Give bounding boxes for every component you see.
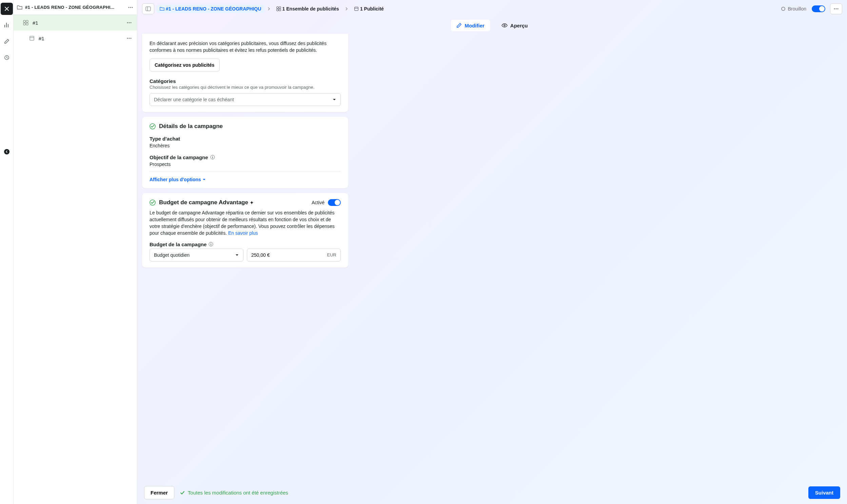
svg-point-9 — [129, 22, 130, 23]
tab-edit[interactable]: Modifier — [451, 20, 490, 31]
objective-label: Objectif de la campagne — [150, 155, 341, 160]
footer-bar: Fermer Toutes les modifications ont été … — [137, 481, 847, 504]
close-button[interactable] — [1, 3, 13, 15]
chevron-left-icon — [5, 150, 8, 153]
tree-adset-item[interactable]: #1 — [14, 15, 137, 31]
folder-icon — [17, 5, 22, 10]
campaign-toggle[interactable] — [812, 5, 825, 12]
main-content: #1 - LEADS RENO - ZONE GÉOGRAPHIQU 1 Ens… — [137, 0, 847, 504]
close-icon — [4, 6, 10, 12]
svg-rect-5 — [26, 20, 28, 22]
tab-label: Modifier — [465, 23, 484, 29]
more-icon[interactable] — [126, 35, 132, 41]
card-title: Budget de campagne Advantage ✦ — [159, 199, 254, 206]
svg-point-1 — [128, 7, 129, 8]
check-circle-icon — [150, 123, 156, 129]
divider — [150, 171, 341, 172]
ad-icon — [354, 6, 359, 11]
svg-rect-20 — [355, 7, 358, 11]
budget-card: Budget de campagne Advantage ✦ Activé Le… — [142, 193, 348, 268]
more-icon[interactable] — [127, 4, 134, 11]
tree-item-label: #1 — [33, 20, 122, 26]
card-header: Détails de la campagne — [150, 123, 341, 130]
learn-more-link[interactable]: En savoir plus — [228, 230, 258, 236]
budget-type-value: Budget quotidien — [154, 252, 190, 258]
categorize-button[interactable]: Catégorisez vos publicités — [150, 59, 220, 71]
budget-amount-input[interactable]: EUR — [247, 249, 341, 262]
show-more-options-link[interactable]: Afficher plus d'options — [150, 177, 341, 182]
check-circle-icon — [150, 199, 156, 205]
svg-rect-15 — [146, 7, 151, 11]
scroll-content[interactable]: En déclarant avec précision vos catégori… — [137, 34, 847, 481]
info-icon[interactable] — [210, 155, 215, 160]
breadcrumb-adset[interactable]: 1 Ensemble de publicités — [273, 5, 343, 13]
svg-rect-19 — [279, 9, 280, 11]
more-icon — [833, 6, 839, 12]
categories-hint: Choisissez les catégories qui décrivent … — [150, 85, 341, 90]
collapse-rail-button[interactable] — [4, 149, 10, 155]
chevron-right-icon — [267, 7, 271, 11]
budget-currency: EUR — [327, 252, 336, 257]
svg-point-14 — [131, 38, 132, 39]
objective-value: Prospects — [150, 162, 341, 167]
select-placeholder: Déclarer une catégorie le cas échéant — [154, 97, 234, 102]
breadcrumb-label: #1 - LEADS RENO - ZONE GÉOGRAPHIQU — [166, 6, 261, 12]
svg-rect-17 — [279, 7, 280, 8]
tree-ad-item[interactable]: #1 — [14, 31, 137, 46]
svg-point-3 — [132, 7, 133, 8]
svg-point-2 — [130, 7, 131, 8]
topbar-more-button[interactable] — [830, 3, 842, 14]
eye-icon — [501, 22, 507, 29]
ad-icon — [29, 36, 35, 41]
budget-desc: Le budget de campagne Advantage répartir… — [150, 209, 341, 237]
pencil-icon — [4, 39, 10, 44]
nav-edit[interactable] — [1, 35, 13, 48]
chart-icon — [4, 22, 10, 28]
pencil-icon — [456, 23, 462, 28]
nav-history[interactable] — [1, 52, 13, 64]
categories-desc: En déclarant avec précision vos catégori… — [150, 40, 341, 54]
purchase-type-value: Enchères — [150, 143, 341, 148]
sparkle-icon: ✦ — [250, 200, 254, 205]
next-button[interactable]: Suivant — [808, 486, 840, 499]
breadcrumb-bar: #1 - LEADS RENO - ZONE GÉOGRAPHIQU 1 Ens… — [137, 1, 847, 16]
breadcrumb-label: 1 Ensemble de publicités — [282, 6, 339, 12]
folder-icon — [160, 6, 165, 11]
tab-label: Aperçu — [510, 23, 528, 29]
status-label: Brouillon — [788, 6, 806, 12]
adset-icon — [23, 20, 29, 25]
close-button[interactable]: Fermer — [144, 486, 174, 499]
budget-toggle[interactable] — [328, 199, 341, 206]
breadcrumb-ad[interactable]: 1 Publicité — [351, 5, 387, 13]
vertical-nav-rail — [0, 0, 14, 504]
svg-point-22 — [836, 8, 837, 10]
breadcrumb-campaign[interactable]: #1 - LEADS RENO - ZONE GÉOGRAPHIQU — [156, 5, 265, 13]
svg-point-12 — [127, 38, 128, 39]
budget-type-select[interactable]: Budget quotidien — [150, 249, 243, 262]
svg-point-10 — [131, 22, 132, 23]
categories-label: Catégories — [150, 78, 341, 84]
tab-preview[interactable]: Aperçu — [496, 20, 533, 31]
card-title: Détails de la campagne — [159, 123, 223, 130]
panel-toggle-button[interactable] — [142, 3, 154, 14]
budget-label: Budget de la campagne — [150, 241, 341, 247]
categories-select[interactable]: Déclarer une catégorie le cas échéant — [150, 93, 341, 106]
categories-card: En déclarant avec précision vos catégori… — [142, 34, 348, 112]
nav-chart[interactable] — [1, 19, 13, 31]
svg-rect-18 — [276, 9, 278, 11]
panel-icon — [145, 6, 151, 12]
budget-row: Budget quotidien EUR — [150, 249, 341, 262]
svg-point-8 — [127, 22, 128, 23]
budget-amount-field[interactable] — [251, 252, 278, 258]
campaign-name: #1 - LEADS RENO - ZONE GÉOGRAPHI... — [25, 5, 125, 10]
campaign-details-card: Détails de la campagne Type d'achat Ench… — [142, 117, 348, 188]
view-tabs: Modifier Aperçu — [137, 16, 847, 34]
info-icon[interactable] — [209, 242, 213, 247]
svg-rect-6 — [23, 23, 25, 25]
status-dot-icon — [781, 7, 785, 11]
svg-point-24 — [504, 25, 505, 26]
save-status: Toutes les modifications ont été enregis… — [180, 490, 288, 496]
breadcrumb-label: 1 Publicité — [360, 6, 384, 12]
more-icon[interactable] — [126, 20, 132, 26]
svg-rect-4 — [23, 20, 25, 22]
